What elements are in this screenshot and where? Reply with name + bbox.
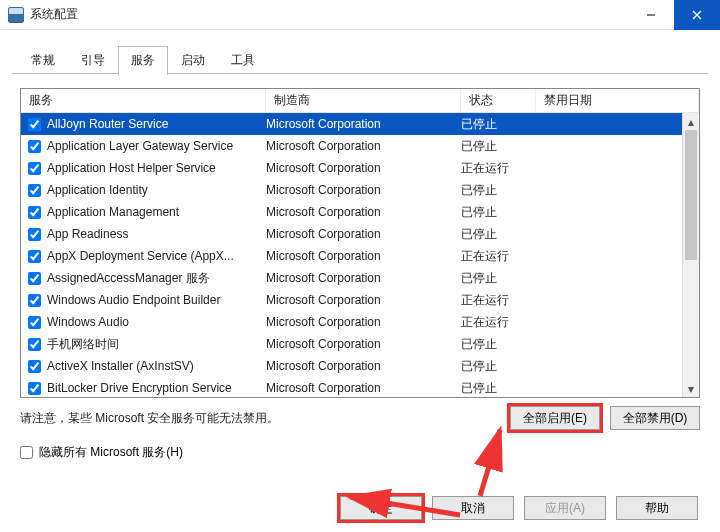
service-name: ActiveX Installer (AxInstSV) <box>47 359 266 373</box>
table-row[interactable]: App ReadinessMicrosoft Corporation已停止 <box>21 223 699 245</box>
table-row[interactable]: Application Layer Gateway ServiceMicroso… <box>21 135 699 157</box>
service-checkbox[interactable] <box>28 360 41 373</box>
column-headers: 服务 制造商 状态 禁用日期 <box>21 89 699 113</box>
service-manufacturer: Microsoft Corporation <box>266 139 461 153</box>
service-status: 已停止 <box>461 336 536 353</box>
service-manufacturer: Microsoft Corporation <box>266 293 461 307</box>
tab-general[interactable]: 常规 <box>18 47 68 74</box>
column-status[interactable]: 状态 <box>461 89 536 112</box>
column-service[interactable]: 服务 <box>21 89 266 112</box>
dialog-footer: 确定 取消 应用(A) 帮助 <box>340 496 698 520</box>
service-status: 正在运行 <box>461 314 536 331</box>
service-checkbox[interactable] <box>28 250 41 263</box>
help-button[interactable]: 帮助 <box>616 496 698 520</box>
service-name: Application Layer Gateway Service <box>47 139 266 153</box>
enable-all-button[interactable]: 全部启用(E) <box>510 406 600 430</box>
service-manufacturer: Microsoft Corporation <box>266 161 461 175</box>
table-row[interactable]: AssignedAccessManager 服务Microsoft Corpor… <box>21 267 699 289</box>
service-checkbox[interactable] <box>28 316 41 329</box>
app-icon <box>8 7 24 23</box>
service-manufacturer: Microsoft Corporation <box>266 271 461 285</box>
table-row[interactable]: BitLocker Drive Encryption ServiceMicros… <box>21 377 699 397</box>
service-status: 正在运行 <box>461 160 536 177</box>
window-title: 系统配置 <box>30 6 78 23</box>
service-name: AssignedAccessManager 服务 <box>47 270 266 287</box>
service-checkbox[interactable] <box>28 206 41 219</box>
title-bar: 系统配置 <box>0 0 720 30</box>
service-manufacturer: Microsoft Corporation <box>266 183 461 197</box>
tab-strip: 常规 引导 服务 启动 工具 <box>0 30 720 74</box>
hide-ms-services-checkbox[interactable]: 隐藏所有 Microsoft 服务(H) <box>20 444 700 461</box>
service-status: 已停止 <box>461 138 536 155</box>
tab-startup[interactable]: 启动 <box>168 47 218 74</box>
hide-ms-services-input[interactable] <box>20 446 33 459</box>
service-status: 正在运行 <box>461 248 536 265</box>
services-listbox: 服务 制造商 状态 禁用日期 AllJoyn Router ServiceMic… <box>20 88 700 398</box>
table-row[interactable]: AllJoyn Router ServiceMicrosoft Corporat… <box>21 113 699 135</box>
service-checkbox[interactable] <box>28 140 41 153</box>
service-name: Windows Audio <box>47 315 266 329</box>
service-name: Application Host Helper Service <box>47 161 266 175</box>
service-name: BitLocker Drive Encryption Service <box>47 381 266 395</box>
ok-button[interactable]: 确定 <box>340 496 422 520</box>
service-manufacturer: Microsoft Corporation <box>266 315 461 329</box>
service-checkbox[interactable] <box>28 382 41 395</box>
scroll-down-icon[interactable]: ▾ <box>683 380 699 397</box>
service-manufacturer: Microsoft Corporation <box>266 381 461 395</box>
service-status: 已停止 <box>461 358 536 375</box>
column-disabled-date[interactable]: 禁用日期 <box>536 89 699 112</box>
column-manufacturer[interactable]: 制造商 <box>266 89 461 112</box>
table-row[interactable]: Application ManagementMicrosoft Corporat… <box>21 201 699 223</box>
service-name: 手机网络时间 <box>47 336 266 353</box>
tab-tools[interactable]: 工具 <box>218 47 268 74</box>
service-checkbox[interactable] <box>28 294 41 307</box>
service-checkbox[interactable] <box>28 184 41 197</box>
service-status: 已停止 <box>461 182 536 199</box>
tab-boot[interactable]: 引导 <box>68 47 118 74</box>
window-controls <box>628 0 720 30</box>
minimize-button[interactable] <box>628 0 674 30</box>
service-checkbox[interactable] <box>28 338 41 351</box>
service-manufacturer: Microsoft Corporation <box>266 249 461 263</box>
service-status: 已停止 <box>461 380 536 397</box>
service-name: AllJoyn Router Service <box>47 117 266 131</box>
service-status: 已停止 <box>461 116 536 133</box>
hide-ms-services-label: 隐藏所有 Microsoft 服务(H) <box>39 444 183 461</box>
service-name: Application Identity <box>47 183 266 197</box>
service-checkbox[interactable] <box>28 272 41 285</box>
service-manufacturer: Microsoft Corporation <box>266 337 461 351</box>
service-name: App Readiness <box>47 227 266 241</box>
content-area: 服务 制造商 状态 禁用日期 AllJoyn Router ServiceMic… <box>0 74 720 471</box>
scroll-up-icon[interactable]: ▴ <box>683 113 699 130</box>
service-manufacturer: Microsoft Corporation <box>266 117 461 131</box>
under-list-bar: 请注意，某些 Microsoft 安全服务可能无法禁用。 全部启用(E) 全部禁… <box>20 406 700 430</box>
tab-services[interactable]: 服务 <box>118 46 168 75</box>
table-row[interactable]: AppX Deployment Service (AppX...Microsof… <box>21 245 699 267</box>
cancel-button[interactable]: 取消 <box>432 496 514 520</box>
scroll-thumb[interactable] <box>685 130 697 260</box>
table-row[interactable]: Windows AudioMicrosoft Corporation正在运行 <box>21 311 699 333</box>
table-row[interactable]: 手机网络时间Microsoft Corporation已停止 <box>21 333 699 355</box>
table-row[interactable]: Application IdentityMicrosoft Corporatio… <box>21 179 699 201</box>
service-checkbox[interactable] <box>28 228 41 241</box>
service-name: AppX Deployment Service (AppX... <box>47 249 266 263</box>
table-row[interactable]: Application Host Helper ServiceMicrosoft… <box>21 157 699 179</box>
disable-all-button[interactable]: 全部禁用(D) <box>610 406 700 430</box>
service-manufacturer: Microsoft Corporation <box>266 359 461 373</box>
service-checkbox[interactable] <box>28 162 41 175</box>
service-name: Windows Audio Endpoint Builder <box>47 293 266 307</box>
table-row[interactable]: Windows Audio Endpoint BuilderMicrosoft … <box>21 289 699 311</box>
service-status: 正在运行 <box>461 292 536 309</box>
note-text: 请注意，某些 Microsoft 安全服务可能无法禁用。 <box>20 410 510 427</box>
close-button[interactable] <box>674 0 720 30</box>
service-manufacturer: Microsoft Corporation <box>266 205 461 219</box>
service-name: Application Management <box>47 205 266 219</box>
apply-button[interactable]: 应用(A) <box>524 496 606 520</box>
service-status: 已停止 <box>461 270 536 287</box>
service-status: 已停止 <box>461 226 536 243</box>
service-status: 已停止 <box>461 204 536 221</box>
table-row[interactable]: ActiveX Installer (AxInstSV)Microsoft Co… <box>21 355 699 377</box>
vertical-scrollbar[interactable]: ▴ ▾ <box>682 113 699 397</box>
service-manufacturer: Microsoft Corporation <box>266 227 461 241</box>
service-checkbox[interactable] <box>28 118 41 131</box>
